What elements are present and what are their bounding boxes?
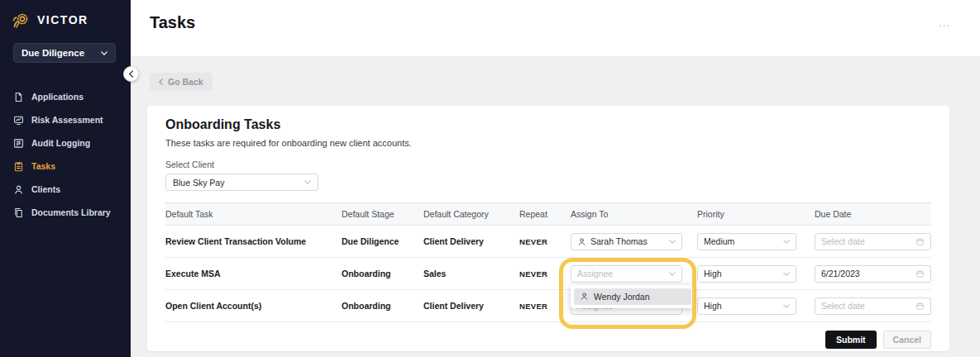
- chevron-down-icon: [783, 272, 790, 276]
- person-icon: [580, 292, 589, 301]
- task-repeat: NEVER: [519, 269, 571, 278]
- assignee-cell: Assignee Wendy Jordan: [571, 265, 682, 283]
- person-icon: [577, 237, 586, 246]
- priority-value: High: [704, 269, 722, 278]
- due-date-input[interactable]: Select date: [815, 233, 931, 250]
- task-name: Review Client Transaction Volume: [165, 236, 342, 246]
- col-header-due-date: Due Date: [815, 209, 931, 219]
- priority-select[interactable]: Medium: [697, 233, 796, 250]
- assignee-option-label: Wendy Jordan: [594, 292, 650, 302]
- priority-value: High: [704, 301, 722, 311]
- task-category: Sales: [423, 269, 519, 278]
- documents-stack-icon: [13, 207, 24, 218]
- onboarding-tasks-card: Onboarding Tasks These tasks are require…: [147, 106, 949, 351]
- priority-cell: Medium: [697, 233, 815, 250]
- submit-button[interactable]: Submit: [825, 331, 877, 349]
- col-header-default-category: Default Category: [423, 209, 519, 219]
- task-name: Execute MSA: [165, 269, 342, 278]
- card-title: Onboarding Tasks: [165, 117, 931, 132]
- sidebar-nav: Applications Risk Assessment Audit Loggi…: [0, 85, 131, 224]
- priority-select[interactable]: High: [697, 298, 796, 315]
- due-date-cell: Select date: [815, 298, 931, 315]
- sidebar-item-label: Documents Library: [31, 207, 111, 217]
- flag-window-icon: [13, 138, 24, 149]
- task-repeat: NEVER: [519, 302, 571, 311]
- priority-cell: High: [697, 298, 815, 315]
- client-select[interactable]: Blue Sky Pay: [165, 174, 318, 191]
- task-repeat: NEVER: [519, 237, 571, 246]
- calendar-icon: [915, 269, 925, 278]
- chevron-left-icon: [159, 79, 163, 85]
- sidebar-item-label: Risk Assessment: [31, 115, 103, 125]
- sidebar-item-label: Applications: [31, 92, 84, 102]
- chart-monitor-icon: [13, 115, 24, 126]
- assignee-placeholder: Assignee: [577, 269, 613, 278]
- chevron-down-icon: [783, 304, 790, 308]
- sidebar: VICTOR Due Diligence Applications Risk A…: [0, 0, 131, 357]
- sidebar-item-audit-logging[interactable]: Audit Logging: [0, 131, 131, 155]
- calendar-icon: [915, 237, 925, 246]
- overflow-menu-icon[interactable]: ...: [939, 17, 950, 29]
- task-stage: Onboarding: [342, 301, 423, 311]
- chevron-down-icon: [669, 240, 676, 244]
- priority-value: Medium: [704, 236, 734, 246]
- col-header-priority: Priority: [697, 209, 815, 219]
- assignee-value: Sarah Thomas: [590, 236, 648, 246]
- task-stage: Onboarding: [342, 269, 423, 278]
- sidebar-collapse-button[interactable]: [123, 66, 139, 82]
- col-header-default-stage: Default Stage: [342, 209, 423, 219]
- table-row: Review Client Transaction Volume Due Dil…: [165, 226, 931, 258]
- form-actions: Submit Cancel: [165, 331, 931, 349]
- col-header-repeat: Repeat: [519, 209, 571, 219]
- task-category: Client Delivery: [423, 301, 519, 311]
- task-category: Client Delivery: [423, 236, 519, 246]
- brand-name: VICTOR: [37, 13, 88, 26]
- col-header-assign-to: Assign To: [571, 209, 697, 219]
- file-icon: [13, 92, 24, 102]
- chevron-down-icon: [669, 272, 676, 276]
- sidebar-item-applications[interactable]: Applications: [0, 85, 131, 108]
- due-date-placeholder: Select date: [821, 236, 865, 246]
- priority-select[interactable]: High: [697, 265, 796, 283]
- assignee-cell: Sarah Thomas: [571, 233, 682, 250]
- workspace-dropdown[interactable]: Due Diligence: [13, 43, 116, 63]
- assignee-option-wendy-jordan[interactable]: Wendy Jordan: [574, 288, 691, 305]
- priority-cell: High: [697, 265, 815, 283]
- due-date-cell: Select date: [815, 233, 931, 250]
- workspace-label: Due Diligence: [22, 48, 84, 58]
- tasks-table: Default Task Default Stage Default Categ…: [165, 202, 931, 322]
- brand-logo: VICTOR: [0, 0, 131, 31]
- due-date-input[interactable]: Select date: [815, 298, 931, 315]
- chevron-down-icon: [304, 180, 311, 184]
- page-header: Tasks ...: [131, 0, 980, 56]
- table-header-row: Default Task Default Stage Default Categ…: [165, 202, 931, 226]
- calendar-icon: [915, 302, 925, 311]
- card-subtitle: These tasks are required for onboarding …: [165, 138, 931, 148]
- person-icon: [13, 184, 24, 195]
- page-title: Tasks: [150, 13, 195, 32]
- go-back-button[interactable]: Go Back: [150, 73, 213, 91]
- cancel-button[interactable]: Cancel: [883, 331, 931, 349]
- assignee-select[interactable]: Sarah Thomas: [571, 233, 682, 250]
- page-content: Go Back Onboarding Tasks These tasks are…: [131, 56, 980, 357]
- table-row: Execute MSA Onboarding Sales NEVER Assig…: [165, 258, 931, 290]
- select-client-label: Select Client: [165, 159, 931, 169]
- due-date-cell: 6/21/2023: [815, 265, 931, 283]
- assignee-dropdown-menu: Wendy Jordan: [571, 285, 695, 308]
- sidebar-item-risk-assessment[interactable]: Risk Assessment: [0, 108, 131, 131]
- client-select-value: Blue Sky Pay: [173, 178, 224, 188]
- col-header-default-task: Default Task: [165, 209, 342, 219]
- table-row: Open Client Account(s) Onboarding Client…: [165, 290, 931, 322]
- sidebar-item-clients[interactable]: Clients: [0, 178, 131, 201]
- sidebar-item-label: Audit Logging: [31, 138, 90, 148]
- assignee-select-open[interactable]: Assignee: [571, 265, 682, 283]
- sidebar-item-tasks[interactable]: Tasks: [0, 155, 131, 178]
- sidebar-item-documents-library[interactable]: Documents Library: [0, 201, 131, 224]
- due-date-value: 6/21/2023: [821, 269, 860, 278]
- task-stage: Due Diligence: [342, 236, 423, 246]
- due-date-input[interactable]: 6/21/2023: [815, 265, 931, 283]
- chevron-down-icon: [783, 240, 790, 244]
- chevron-down-icon: [101, 51, 108, 55]
- sidebar-item-label: Tasks: [31, 161, 55, 171]
- go-back-label: Go Back: [168, 77, 203, 87]
